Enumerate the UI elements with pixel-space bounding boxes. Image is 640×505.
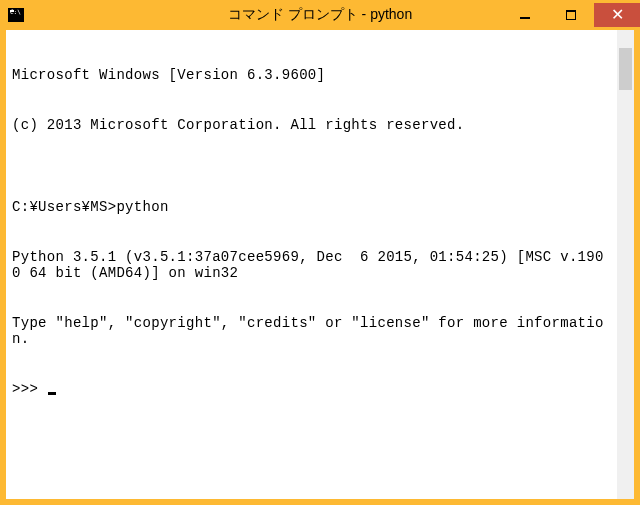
maximize-button[interactable] (548, 3, 594, 27)
console-line: Type "help", "copyright", "credits" or "… (12, 315, 611, 348)
scrollbar-thumb[interactable] (619, 48, 632, 90)
console-prompt-line: >>> (12, 381, 611, 398)
minimize-icon (520, 17, 530, 19)
window-title: コマンド プロンプト - python (228, 6, 412, 24)
close-button[interactable]: ✕ (594, 3, 640, 27)
vertical-scrollbar[interactable] (617, 30, 634, 499)
window: コマンド プロンプト - python ✕ Microsoft Windows … (0, 0, 640, 505)
maximize-icon (566, 10, 576, 20)
python-prompt: >>> (12, 381, 47, 397)
cmd-icon (8, 8, 24, 22)
console-line: (c) 2013 Microsoft Corporation. All righ… (12, 117, 611, 134)
minimize-button[interactable] (502, 3, 548, 27)
window-controls: ✕ (502, 3, 640, 27)
console-line: Microsoft Windows [Version 6.3.9600] (12, 67, 611, 84)
close-icon: ✕ (611, 7, 624, 23)
client-area: Microsoft Windows [Version 6.3.9600] (c)… (6, 30, 634, 499)
titlebar[interactable]: コマンド プロンプト - python ✕ (0, 0, 640, 30)
console[interactable]: Microsoft Windows [Version 6.3.9600] (c)… (6, 30, 617, 499)
console-line: Python 3.5.1 (v3.5.1:37a07cee5969, Dec 6… (12, 249, 611, 282)
cursor (48, 392, 56, 395)
console-line: C:¥Users¥MS>python (12, 199, 611, 216)
